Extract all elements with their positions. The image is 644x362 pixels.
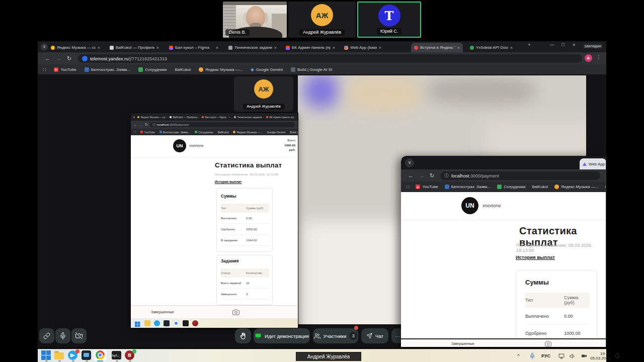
mini-tab[interactable]: Техническое задание× [232,115,264,119]
messenger-icon[interactable] [164,320,170,326]
mini-tab[interactable]: БК Админ панель (пр [265,115,296,119]
browser-profile-avatar[interactable]: A [585,54,592,62]
bookmark-balkukol[interactable]: BalKukol [175,67,191,72]
bookmark-google-ai[interactable]: Build | Google AI St [291,67,332,72]
mini-bookmark[interactable]: Сотрудники [195,131,213,134]
telegram-icon[interactable] [154,320,160,326]
tab-balkukol-profile[interactable]: BalKukol — Профиль × [107,43,162,52]
bookmark-youtube[interactable]: ▶YouTube [416,185,438,189]
tab-yandex-music[interactable]: Яндекс Музыка — со × [48,43,103,52]
browser-menu-icon[interactable]: ⋮ [596,54,601,60]
windows-icon[interactable] [135,321,138,325]
forward-icon[interactable]: → [56,54,61,62]
red-app-icon[interactable] [192,320,198,326]
forward-icon[interactable]: → [419,171,425,179]
back-icon[interactable]: ← [45,54,50,62]
close-icon[interactable]: × [333,45,335,50]
participant-tile-andrey[interactable]: АЖ Андрей Журавлёв [288,2,356,38]
tab-tech-spec[interactable]: Техническое задание × [225,43,280,52]
bookmarks-overflow-label[interactable]: закладки [584,44,602,48]
tab-api-docs[interactable]: YxSdelal API Docume × [467,43,516,52]
forward-icon[interactable]: → [139,123,143,127]
tab-telemost-meeting[interactable]: Встреча в Яндекс Т × [411,43,463,52]
camera-off-button[interactable] [71,328,87,343]
tab-web-app[interactable]: Web App ( [580,158,606,169]
red-app-icon[interactable]: 8 ✓ [125,350,135,360]
close-icon[interactable]: × [156,45,159,50]
bookmark-gemini[interactable]: ◆ Google Gemini [251,67,283,72]
copy-link-button[interactable] [39,328,54,343]
bookmark-sotrudniki[interactable]: Сотрудники [138,67,167,72]
close-icon[interactable]: × [263,116,264,119]
reload-icon[interactable]: ↻ [430,171,434,179]
maximize-button[interactable]: □ [558,42,568,47]
close-icon[interactable]: × [457,45,460,50]
tab-search-icon[interactable]: ∨ [41,43,48,50]
chevron-down-icon[interactable]: ∨ [133,115,135,119]
mini-tab[interactable]: Бал кукол – Figma× [200,115,231,119]
bookmark-yandex-music[interactable]: Яндекс Музыка —... [554,185,598,189]
close-window-button[interactable]: × [570,42,579,47]
file-explorer-icon[interactable] [54,350,64,360]
terminal-icon[interactable]: &gt;_ [112,350,122,360]
tab-figma[interactable]: Бал кукол – Figma × [166,43,221,52]
raise-hand-button[interactable] [235,328,251,343]
tab-bk-admin[interactable]: БК Админ панель (пр × [283,43,338,52]
url-field[interactable]: ⓘ localhost:3000/payment [440,171,600,180]
apps-grid-icon[interactable]: ∷ [43,67,46,72]
tray-expand-chevron[interactable]: ^ [517,349,520,362]
bookmark-gemini[interactable]: Google Gemini [605,185,606,189]
mini-url-field[interactable]: ⓘ localhost:3000/payment [150,122,295,127]
bookmark-belgosstrah[interactable]: Белгосстрах. Заявк... [445,185,491,189]
mini-tab[interactable]: Яндекс Музыка — со× [136,115,167,119]
explorer-icon[interactable] [144,320,150,326]
participant-tile-denis[interactable]: Denis B. [223,2,287,38]
microphone-button[interactable] [55,328,70,343]
participants-button[interactable]: Участники 3 [313,328,358,343]
close-icon[interactable]: × [510,45,513,50]
new-tab-button[interactable]: + [525,42,534,47]
chevron-down-icon[interactable]: ∨ [405,158,414,167]
history-link[interactable]: История выплат [516,254,555,260]
camera-icon[interactable] [545,340,551,347]
back-icon[interactable]: ← [408,171,414,179]
close-icon[interactable]: × [216,45,218,50]
screen-share-status-button[interactable]: Идет демонстрация [254,328,310,343]
bookmark-yandex-music[interactable]: Яндекс Музыка —... [199,67,243,72]
bookmark-sotrudniki[interactable]: Сотрудники [497,185,525,189]
telegram-icon[interactable] [68,350,78,360]
bookmark-belgosstrah[interactable]: Белгосстрах. Заявк... [85,67,130,72]
reload-icon[interactable]: ↻ [67,54,71,62]
video-device-icon[interactable] [581,349,588,362]
reload-icon[interactable]: ↻ [145,123,148,127]
windows-start-button[interactable] [41,350,51,360]
tray-mic-icon[interactable] [529,349,535,362]
mini-bookmark[interactable]: Яндекс Музыка —... [233,131,262,134]
close-icon[interactable]: × [199,116,200,119]
mini-bookmark[interactable]: YouTube [140,131,155,134]
participant-tile-yuri-active-speaker[interactable]: Т Юрий С. [357,2,421,38]
minimize-button[interactable]: — [547,42,556,47]
back-icon[interactable]: ← [134,123,137,127]
chat-button[interactable]: Чат [361,328,388,343]
close-icon[interactable]: × [166,116,167,119]
mini-bookmark[interactable]: Google Gemini [267,131,286,134]
history-link[interactable]: История выплат [215,180,242,184]
language-indicator[interactable]: РУС [541,349,550,362]
volume-icon[interactable] [570,349,576,362]
bookmark-balkukol[interactable]: BalKukol [532,185,548,189]
tab-web-app[interactable]: Web App (based on Li × [341,43,384,52]
mini-bookmark[interactable]: Build | Google AI St [290,131,298,134]
messenger-icon[interactable] [82,350,92,360]
chrome-icon[interactable] [173,320,179,326]
network-display-icon[interactable] [558,349,565,362]
mini-bookmark[interactable]: Белгосстрах. Заявк... [159,131,190,134]
chrome-icon[interactable] [96,350,106,360]
close-icon[interactable]: × [228,116,230,119]
bookmark-youtube[interactable]: ▶ YouTube [54,67,76,72]
close-icon[interactable]: × [98,45,100,50]
close-icon[interactable]: × [379,45,381,50]
terminal-icon[interactable] [183,320,189,326]
camera-icon[interactable] [232,309,239,316]
mini-bookmark[interactable]: BalKukol [218,131,229,134]
